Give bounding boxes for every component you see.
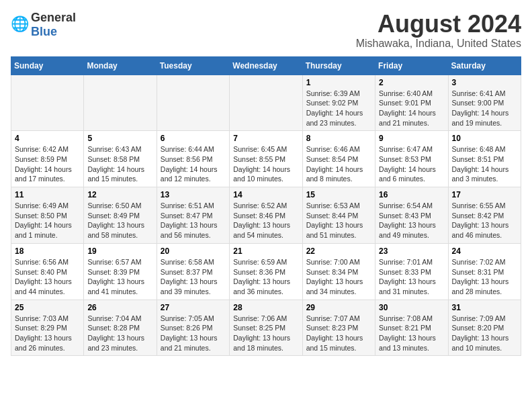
calendar-cell: 2Sunrise: 6:40 AM Sunset: 9:01 PM Daylig… xyxy=(375,75,448,131)
day-content: Sunrise: 6:40 AM Sunset: 9:01 PM Dayligh… xyxy=(379,89,444,128)
day-content: Sunrise: 6:57 AM Sunset: 8:39 PM Dayligh… xyxy=(87,257,152,297)
day-number: 12 xyxy=(87,190,152,199)
day-number: 30 xyxy=(379,303,444,312)
day-number: 29 xyxy=(306,303,371,312)
calendar-cell: 18Sunrise: 6:56 AM Sunset: 8:40 PM Dayli… xyxy=(11,243,84,300)
main-title: August 2024 xyxy=(356,11,521,38)
calendar-cell: 17Sunrise: 6:55 AM Sunset: 8:42 PM Dayli… xyxy=(448,187,521,244)
day-number: 28 xyxy=(233,303,298,312)
day-content: Sunrise: 7:02 AM Sunset: 8:31 PM Dayligh… xyxy=(452,257,517,297)
calendar-week-row: 25Sunrise: 7:03 AM Sunset: 8:29 PM Dayli… xyxy=(11,300,521,356)
calendar-cell xyxy=(11,75,84,131)
day-number: 3 xyxy=(452,78,517,87)
calendar-cell: 30Sunrise: 7:08 AM Sunset: 8:21 PM Dayli… xyxy=(375,300,448,356)
page-header: 🌐 General Blue August 2024 Mishawaka, In… xyxy=(11,11,521,50)
day-number: 24 xyxy=(452,246,517,256)
header-day-thursday: Thursday xyxy=(302,56,375,75)
calendar-cell xyxy=(230,75,302,131)
day-content: Sunrise: 7:08 AM Sunset: 8:21 PM Dayligh… xyxy=(379,314,444,353)
calendar-cell: 12Sunrise: 6:50 AM Sunset: 8:49 PM Dayli… xyxy=(84,187,157,244)
calendar-cell: 28Sunrise: 7:06 AM Sunset: 8:25 PM Dayli… xyxy=(230,300,302,356)
day-content: Sunrise: 6:42 AM Sunset: 8:59 PM Dayligh… xyxy=(15,144,80,184)
calendar-cell: 1Sunrise: 6:39 AM Sunset: 9:02 PM Daylig… xyxy=(302,75,375,131)
calendar-cell: 8Sunrise: 6:46 AM Sunset: 8:54 PM Daylig… xyxy=(302,131,375,187)
calendar-cell: 5Sunrise: 6:43 AM Sunset: 8:58 PM Daylig… xyxy=(84,131,157,187)
day-number: 9 xyxy=(379,134,444,143)
calendar-week-row: 11Sunrise: 6:49 AM Sunset: 8:50 PM Dayli… xyxy=(11,187,521,244)
logo-blue: Blue xyxy=(31,25,57,38)
day-number: 18 xyxy=(15,246,80,256)
day-number: 27 xyxy=(161,303,226,312)
calendar-cell: 11Sunrise: 6:49 AM Sunset: 8:50 PM Dayli… xyxy=(11,187,84,244)
day-number: 26 xyxy=(87,303,152,312)
title-area: August 2024 Mishawaka, Indiana, United S… xyxy=(356,11,521,50)
day-content: Sunrise: 6:44 AM Sunset: 8:56 PM Dayligh… xyxy=(161,144,226,184)
day-content: Sunrise: 7:03 AM Sunset: 8:29 PM Dayligh… xyxy=(15,314,80,353)
day-content: Sunrise: 7:05 AM Sunset: 8:26 PM Dayligh… xyxy=(161,314,226,353)
calendar-cell: 27Sunrise: 7:05 AM Sunset: 8:26 PM Dayli… xyxy=(157,300,229,356)
day-content: Sunrise: 6:58 AM Sunset: 8:37 PM Dayligh… xyxy=(161,257,226,297)
calendar-cell: 14Sunrise: 6:52 AM Sunset: 8:46 PM Dayli… xyxy=(230,187,302,244)
day-content: Sunrise: 7:06 AM Sunset: 8:25 PM Dayligh… xyxy=(233,314,298,353)
day-content: Sunrise: 6:56 AM Sunset: 8:40 PM Dayligh… xyxy=(15,257,80,297)
calendar-cell: 16Sunrise: 6:54 AM Sunset: 8:43 PM Dayli… xyxy=(375,187,448,244)
header-day-sunday: Sunday xyxy=(11,56,84,75)
day-number: 16 xyxy=(379,190,444,199)
logo-icon: 🌐 xyxy=(11,15,30,34)
calendar-cell: 25Sunrise: 7:03 AM Sunset: 8:29 PM Dayli… xyxy=(11,300,84,356)
day-number: 20 xyxy=(161,246,226,256)
day-number: 25 xyxy=(15,303,80,312)
day-content: Sunrise: 6:53 AM Sunset: 8:44 PM Dayligh… xyxy=(306,201,371,240)
svg-text:🌐: 🌐 xyxy=(11,15,30,33)
day-number: 15 xyxy=(306,190,371,199)
calendar-cell: 13Sunrise: 6:51 AM Sunset: 8:47 PM Dayli… xyxy=(157,187,229,244)
day-number: 8 xyxy=(306,134,371,143)
day-content: Sunrise: 6:47 AM Sunset: 8:53 PM Dayligh… xyxy=(379,144,444,184)
calendar-cell: 19Sunrise: 6:57 AM Sunset: 8:39 PM Dayli… xyxy=(84,243,157,300)
calendar-cell xyxy=(84,75,157,131)
calendar-cell: 21Sunrise: 6:59 AM Sunset: 8:36 PM Dayli… xyxy=(230,243,302,300)
day-number: 23 xyxy=(379,246,444,256)
day-content: Sunrise: 6:41 AM Sunset: 9:00 PM Dayligh… xyxy=(452,89,517,128)
calendar-cell: 7Sunrise: 6:45 AM Sunset: 8:55 PM Daylig… xyxy=(230,131,302,187)
day-number: 19 xyxy=(87,246,152,256)
day-content: Sunrise: 6:43 AM Sunset: 8:58 PM Dayligh… xyxy=(87,144,152,184)
calendar-cell: 10Sunrise: 6:48 AM Sunset: 8:51 PM Dayli… xyxy=(448,131,521,187)
day-content: Sunrise: 6:49 AM Sunset: 8:50 PM Dayligh… xyxy=(15,201,80,240)
day-content: Sunrise: 6:39 AM Sunset: 9:02 PM Dayligh… xyxy=(306,89,371,128)
day-content: Sunrise: 7:04 AM Sunset: 8:28 PM Dayligh… xyxy=(87,314,152,353)
day-number: 1 xyxy=(306,78,371,87)
header-day-tuesday: Tuesday xyxy=(157,56,229,75)
calendar-week-row: 4Sunrise: 6:42 AM Sunset: 8:59 PM Daylig… xyxy=(11,131,521,187)
calendar-cell: 23Sunrise: 7:01 AM Sunset: 8:33 PM Dayli… xyxy=(375,243,448,300)
calendar-cell: 15Sunrise: 6:53 AM Sunset: 8:44 PM Dayli… xyxy=(302,187,375,244)
day-content: Sunrise: 6:52 AM Sunset: 8:46 PM Dayligh… xyxy=(233,201,298,240)
day-number: 5 xyxy=(87,134,152,143)
calendar-cell: 22Sunrise: 7:00 AM Sunset: 8:34 PM Dayli… xyxy=(302,243,375,300)
calendar-cell: 4Sunrise: 6:42 AM Sunset: 8:59 PM Daylig… xyxy=(11,131,84,187)
day-content: Sunrise: 6:45 AM Sunset: 8:55 PM Dayligh… xyxy=(233,144,298,184)
day-content: Sunrise: 7:00 AM Sunset: 8:34 PM Dayligh… xyxy=(306,257,371,297)
day-content: Sunrise: 6:55 AM Sunset: 8:42 PM Dayligh… xyxy=(452,201,517,240)
day-content: Sunrise: 6:46 AM Sunset: 8:54 PM Dayligh… xyxy=(306,144,371,184)
calendar-cell: 20Sunrise: 6:58 AM Sunset: 8:37 PM Dayli… xyxy=(157,243,229,300)
day-content: Sunrise: 6:51 AM Sunset: 8:47 PM Dayligh… xyxy=(161,201,226,240)
day-content: Sunrise: 6:54 AM Sunset: 8:43 PM Dayligh… xyxy=(379,201,444,240)
day-content: Sunrise: 6:59 AM Sunset: 8:36 PM Dayligh… xyxy=(233,257,298,297)
day-content: Sunrise: 6:48 AM Sunset: 8:51 PM Dayligh… xyxy=(452,144,517,184)
day-content: Sunrise: 7:01 AM Sunset: 8:33 PM Dayligh… xyxy=(379,257,444,297)
day-number: 11 xyxy=(15,190,80,199)
calendar-week-row: 18Sunrise: 6:56 AM Sunset: 8:40 PM Dayli… xyxy=(11,243,521,300)
day-number: 7 xyxy=(233,134,298,143)
calendar-cell: 9Sunrise: 6:47 AM Sunset: 8:53 PM Daylig… xyxy=(375,131,448,187)
calendar-header-row: SundayMondayTuesdayWednesdayThursdayFrid… xyxy=(11,56,521,75)
subtitle: Mishawaka, Indiana, United States xyxy=(356,38,521,50)
day-number: 14 xyxy=(233,190,298,199)
calendar-cell xyxy=(157,75,229,131)
day-number: 22 xyxy=(306,246,371,256)
day-number: 13 xyxy=(161,190,226,199)
calendar-cell: 3Sunrise: 6:41 AM Sunset: 9:00 PM Daylig… xyxy=(448,75,521,131)
logo-general: General xyxy=(31,11,76,24)
calendar-cell: 29Sunrise: 7:07 AM Sunset: 8:23 PM Dayli… xyxy=(302,300,375,356)
calendar-week-row: 1Sunrise: 6:39 AM Sunset: 9:02 PM Daylig… xyxy=(11,75,521,131)
